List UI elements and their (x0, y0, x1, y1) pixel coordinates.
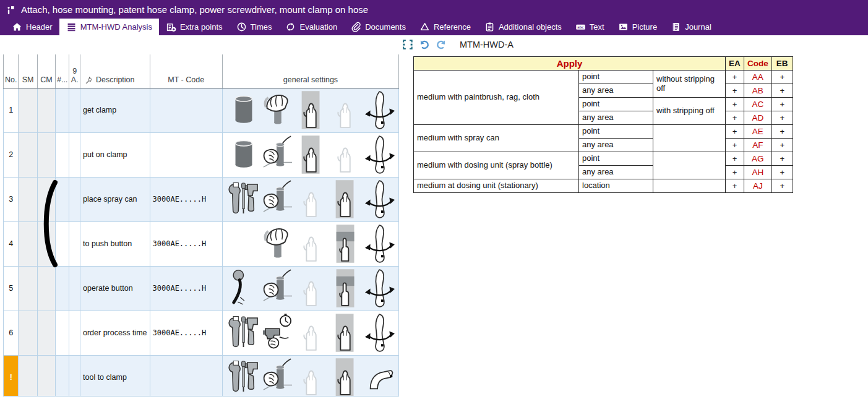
description-cell[interactable]: tool to clamp (80, 355, 150, 397)
code-cell[interactable]: AF (744, 139, 772, 152)
row-number-cell[interactable]: 6 (4, 311, 19, 355)
mt-code-cell[interactable] (150, 132, 222, 177)
pictogram-strip (225, 267, 396, 311)
mt-code-cell[interactable]: 3000AE.....H (150, 311, 222, 355)
code-cell[interactable]: AE (744, 125, 772, 139)
code-cell[interactable]: AA (744, 71, 772, 84)
tab-evaluation[interactable]: Evaluation (278, 19, 344, 35)
row-number-cell[interactable]: 2 (4, 132, 19, 177)
tab-mtm-hwd-analysis[interactable]: MTM-HWD Analysis (59, 19, 159, 35)
pictogram-strip (225, 311, 396, 355)
ea-plus-button[interactable]: + (726, 71, 744, 84)
eb-plus-button[interactable]: + (771, 71, 793, 84)
eb-plus-button[interactable]: + (771, 125, 793, 139)
cm-cell[interactable] (37, 132, 55, 177)
eb-plus-button[interactable]: + (771, 139, 793, 152)
sm-cell[interactable] (19, 355, 37, 397)
a-cell[interactable] (69, 132, 80, 177)
row-number-cell[interactable]: 1 (4, 88, 19, 132)
ea-plus-button[interactable]: + (726, 125, 744, 139)
description-cell[interactable]: order process time (80, 311, 150, 355)
tab-picture[interactable]: Picture (611, 19, 664, 35)
a-cell[interactable] (69, 266, 80, 311)
code-cell[interactable]: AJ (744, 179, 772, 193)
hash-cell[interactable] (55, 355, 69, 397)
mt-code-cell[interactable]: 3000AE.....H (150, 266, 222, 311)
cm-cell[interactable] (37, 266, 55, 311)
analysis-table: No. SM CM #... 9A. Description MT - Code… (3, 54, 399, 397)
eb-plus-button[interactable]: + (771, 166, 793, 179)
a-cell[interactable] (69, 177, 80, 221)
tab-header[interactable]: Header (5, 19, 59, 35)
row-number-cell[interactable]: 3 (4, 177, 19, 221)
eb-plus-button[interactable]: + (771, 84, 793, 98)
a-cell[interactable] (69, 88, 80, 132)
cm-cell[interactable] (37, 355, 55, 397)
sm-cell[interactable] (19, 177, 37, 221)
eb-plus-button[interactable]: + (771, 179, 793, 193)
code-cell[interactable]: AB (744, 84, 772, 98)
mt-code-cell[interactable]: 3000AE.....H (150, 221, 222, 266)
cm-cell[interactable] (37, 311, 55, 355)
description-cell[interactable]: to push button (80, 221, 150, 266)
code-cell[interactable]: AG (744, 152, 772, 166)
description-cell[interactable]: get clamp (80, 88, 150, 132)
sm-cell[interactable] (19, 88, 37, 132)
tab-reference[interactable]: Reference (413, 19, 478, 35)
sm-cell[interactable] (19, 132, 37, 177)
ea-plus-button[interactable]: + (726, 179, 744, 193)
pin-icon (6, 5, 15, 14)
mt-code-cell[interactable]: 3000AE.....H (150, 177, 222, 221)
hash-cell[interactable] (55, 132, 69, 177)
tab-journal[interactable]: Journal (664, 19, 718, 35)
general-settings-cell[interactable] (222, 88, 398, 132)
ea-plus-button[interactable]: + (726, 84, 744, 98)
a-cell[interactable] (69, 355, 80, 397)
tab-extra-points[interactable]: Extra points (159, 19, 230, 35)
description-cell[interactable]: place spray can (80, 177, 150, 221)
code-cell[interactable]: AH (744, 166, 772, 179)
row-warning-marker[interactable]: ! (4, 355, 19, 397)
hash-cell[interactable] (55, 266, 69, 311)
hash-cell[interactable] (55, 88, 69, 132)
redo-icon[interactable] (436, 39, 447, 50)
eb-plus-button[interactable]: + (771, 152, 793, 166)
eb-plus-button[interactable]: + (771, 111, 793, 125)
eb-plus-button[interactable]: + (771, 98, 793, 111)
ea-plus-button[interactable]: + (726, 98, 744, 111)
tab-additional-objects[interactable]: Additional objects (478, 19, 569, 35)
elbow-arm-icon (364, 358, 395, 397)
pictogram-slot (228, 179, 260, 220)
general-settings-cell[interactable] (222, 132, 398, 177)
a-cell[interactable] (69, 311, 80, 355)
general-settings-cell[interactable] (222, 221, 398, 266)
ea-plus-button[interactable]: + (726, 152, 744, 166)
code-cell[interactable]: AD (744, 111, 772, 125)
ea-plus-button[interactable]: + (726, 166, 744, 179)
description-cell[interactable]: operate button (80, 266, 150, 311)
sm-cell[interactable] (19, 266, 37, 311)
general-settings-cell[interactable] (222, 266, 398, 311)
sm-cell[interactable] (19, 221, 37, 266)
mt-code-cell[interactable] (150, 355, 222, 397)
code-cell[interactable]: AC (744, 98, 772, 111)
ea-plus-button[interactable]: + (726, 139, 744, 152)
general-settings-cell[interactable] (222, 177, 398, 221)
undo-icon[interactable] (419, 39, 430, 50)
row-number-cell[interactable]: 5 (4, 266, 19, 311)
ea-plus-button[interactable]: + (726, 111, 744, 125)
general-settings-cell[interactable] (222, 311, 398, 355)
general-settings-cell[interactable] (222, 355, 398, 397)
mt-code-cell[interactable] (150, 88, 222, 132)
tools-icon (228, 179, 259, 219)
row-number-cell[interactable]: 4 (4, 221, 19, 266)
selection-icon[interactable] (402, 39, 413, 50)
sm-cell[interactable] (19, 311, 37, 355)
tab-documents[interactable]: Documents (344, 19, 413, 35)
description-cell[interactable]: put on clamp (80, 132, 150, 177)
a-cell[interactable] (69, 221, 80, 266)
tab-text[interactable]: Text (569, 19, 611, 35)
tab-times[interactable]: Times (230, 19, 279, 35)
hash-cell[interactable] (55, 311, 69, 355)
cm-cell[interactable] (37, 88, 55, 132)
